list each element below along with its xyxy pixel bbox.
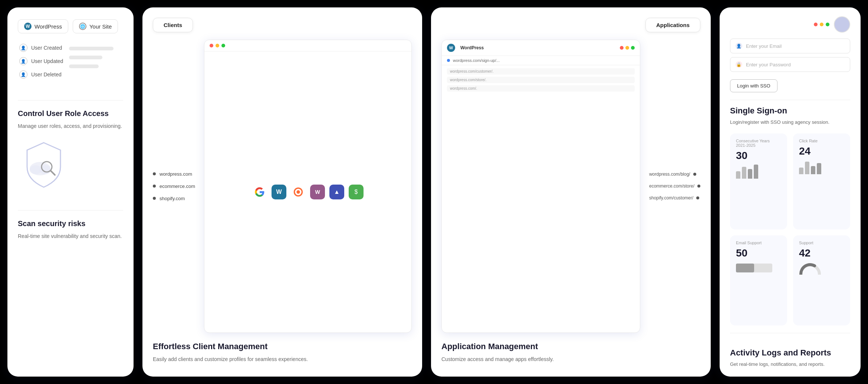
- bar: [742, 167, 746, 179]
- user-list: 👤 User Created 👤 User Updated 👤 User Del…: [18, 44, 63, 88]
- applications-tab[interactable]: Applications: [645, 18, 700, 32]
- client-management-card: Clients wordpress.com ecommerce.com: [142, 7, 422, 377]
- right-panel-top: [730, 16, 850, 33]
- bar: [754, 165, 758, 179]
- app-card-bottom: Application Management Customize access …: [441, 342, 700, 363]
- stat-value-4: 42: [799, 247, 844, 259]
- svg-line-4: [50, 171, 55, 175]
- left-panel: W WordPress 🌐 Your Site 👤 User Created 👤…: [7, 7, 134, 377]
- user-updated-icon: 👤: [19, 57, 27, 65]
- dot-icon: [693, 173, 696, 176]
- password-placeholder: Enter your Password: [746, 62, 845, 67]
- password-input-wrap[interactable]: 🔒 Enter your Password: [730, 57, 850, 72]
- traffic-lights: [620, 46, 635, 50]
- avatar: [834, 16, 850, 33]
- bar: [805, 162, 809, 174]
- progress-fill-3: [736, 264, 754, 272]
- sso-button[interactable]: Login with SSO: [730, 79, 777, 92]
- globe-icon: 🌐: [79, 23, 86, 30]
- list-item: 👤 User Deleted: [19, 70, 63, 79]
- app-browser-titlebar: W WordPress: [442, 40, 640, 56]
- ringcentral-app-icon: [291, 185, 306, 199]
- tl-yellow-2: [625, 46, 629, 50]
- divider-2: [18, 210, 123, 211]
- right-divider-2: [730, 333, 850, 333]
- rocket-app-icon: ▲: [329, 185, 344, 199]
- browser-link-list: wordpress.com/customer/. wordpress.com/s…: [442, 65, 640, 95]
- client-tab-bar: Clients: [153, 18, 412, 32]
- line-bar-2: [69, 56, 102, 59]
- right-panel: 👤 Enter your Email 🔒 Enter your Password…: [720, 7, 861, 377]
- url-text: wordpress.com/sign-up/...: [453, 58, 500, 63]
- security-scan-desc: Real-time site vulnerability and securit…: [18, 232, 123, 240]
- sso-title: Single Sign-on: [730, 106, 850, 116]
- wordpress-tab-label: WordPress: [34, 23, 62, 30]
- url-bar: wordpress.com/sign-up/...: [442, 56, 640, 65]
- stat-card-3: Email Support 50: [730, 235, 787, 325]
- browser-link-1: wordpress.com/customer/.: [447, 68, 635, 75]
- your-site-tab-label: Your Site: [89, 23, 112, 30]
- clients-tab[interactable]: Clients: [153, 18, 193, 32]
- tab-bar: W WordPress 🌐 Your Site: [18, 19, 123, 33]
- line-bar-3: [69, 64, 99, 68]
- your-site-tab[interactable]: 🌐 Your Site: [73, 19, 118, 33]
- sso-info: Single Sign-on Login/register with SSO u…: [730, 106, 850, 126]
- client-card-bottom: Effortless Client Management Easily add …: [153, 342, 412, 363]
- line-bar-1: [69, 47, 114, 50]
- svg-point-6: [296, 190, 300, 193]
- stat-card-1: Consecutive Years 2021-2025 30: [730, 133, 787, 229]
- bar: [736, 171, 740, 179]
- tl-green-2: [631, 46, 635, 50]
- dot-icon: [153, 197, 156, 200]
- user-created-icon: 👤: [19, 44, 27, 52]
- app-visual: W WordPress wordpress.com/sign-up/...: [441, 40, 700, 333]
- line-bars: [69, 44, 123, 88]
- client-feature-title: Effortless Client Management: [153, 342, 412, 351]
- store-app-icon: $: [349, 185, 364, 199]
- dot-icon: [153, 172, 156, 175]
- app-feature-desc: Customize access and manage apps effortl…: [441, 355, 700, 363]
- list-item: 👤 User Created: [19, 44, 63, 52]
- password-icon: 🔒: [736, 61, 742, 68]
- user-role-title: Control User Role Access: [18, 109, 123, 118]
- stat-label-4: Support: [799, 241, 844, 245]
- dot-green: [826, 23, 829, 26]
- security-scan-title: Scan security risks: [18, 219, 123, 228]
- browser-body: W W ▲: [204, 52, 411, 332]
- list-item: wordpress.com/blog/: [649, 172, 700, 177]
- progress-bar-3: [736, 264, 772, 272]
- list-item: wordpress.com: [153, 171, 195, 177]
- stat-bars-1: [736, 164, 781, 179]
- user-role-section: Control User Role Access Manage user rol…: [18, 109, 123, 130]
- right-divider-1: [730, 100, 850, 100]
- email-input-wrap[interactable]: 👤 Enter your Email: [730, 39, 850, 53]
- dot-icon: [697, 185, 700, 188]
- stat-card-2: Click Rate 24: [793, 133, 850, 229]
- middle-section: Clients wordpress.com ecommerce.com: [134, 0, 720, 384]
- dot-red: [814, 23, 818, 26]
- sso-desc: Login/register with SSO using agency ses…: [730, 119, 850, 126]
- stat-value-2: 24: [799, 145, 844, 157]
- browser-title-text: WordPress: [460, 45, 484, 50]
- stat-label-3: Email Support: [736, 241, 781, 245]
- gauge-svg: [799, 261, 821, 275]
- bar: [817, 163, 821, 174]
- stat-value-1: 30: [736, 150, 781, 162]
- app-tab-bar: Applications: [441, 18, 700, 32]
- google-app-icon: [252, 185, 267, 199]
- dots-menu: [814, 23, 829, 26]
- activity-logs-title: Activity Logs and Reports: [730, 348, 850, 358]
- client-visual: wordpress.com ecommerce.com shopify.com: [153, 40, 412, 333]
- mini-browser: W W ▲: [204, 40, 412, 333]
- dot-icon: [153, 185, 156, 188]
- user-deleted-icon: 👤: [19, 70, 27, 79]
- list-item: ecommerce.com/store/: [649, 183, 700, 189]
- login-form: 👤 Enter your Email 🔒 Enter your Password: [730, 39, 850, 72]
- bar: [799, 168, 803, 174]
- wordpress-tab[interactable]: W WordPress: [18, 19, 68, 33]
- shield-illustration: [18, 139, 123, 191]
- main-layout: W WordPress 🌐 Your Site 👤 User Created 👤…: [0, 0, 868, 384]
- browser-link-2: wordpress.com/store/.: [447, 77, 635, 83]
- tl-yellow: [216, 44, 219, 47]
- stat-bars-2: [799, 159, 844, 174]
